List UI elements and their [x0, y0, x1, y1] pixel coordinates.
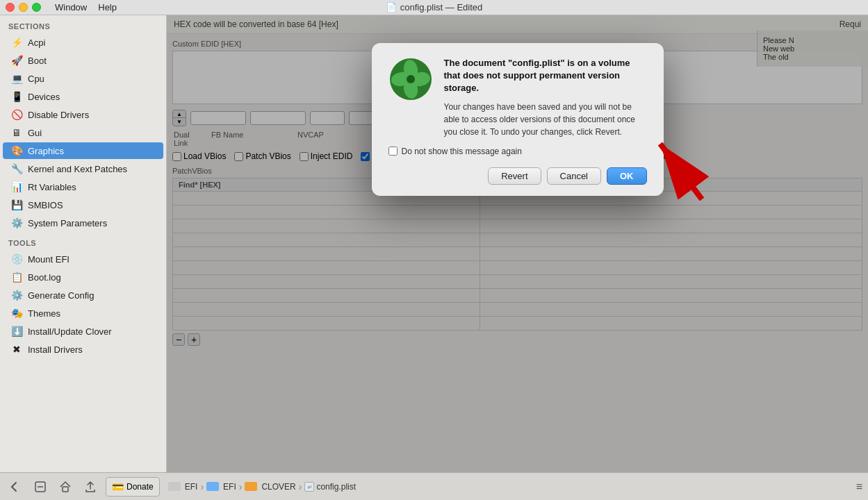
svg-rect-10	[63, 487, 68, 492]
sidebar-label-smbios: SMBIOS	[28, 200, 63, 210]
sidebar-item-install-drivers[interactable]: ✖ Install Drivers	[3, 341, 163, 358]
breadcrumb-sep-3: ›	[299, 481, 302, 492]
sidebar-item-cpu[interactable]: 💻 Cpu	[3, 70, 163, 87]
gui-icon: 🖥	[11, 127, 22, 138]
install-drivers-icon: ✖	[11, 344, 22, 355]
app-container: SECTIONS ⚡ Acpi 🚀 Boot 💻 Cpu 📱 Devices 🚫…	[0, 15, 868, 500]
sidebar-label-devices: Devices	[28, 92, 60, 102]
folder-gray-icon	[168, 482, 181, 491]
themes-icon: 🎭	[11, 308, 22, 319]
menu-window[interactable]: Window	[55, 2, 87, 12]
dialog-title: The document "config.plist" is on a volu…	[444, 57, 647, 95]
sidebar-label-themes: Themes	[28, 308, 60, 319]
sidebar-label-boot: Boot	[28, 56, 47, 66]
sidebar-item-boot-log[interactable]: 📋 Boot.log	[3, 269, 163, 285]
sidebar-item-acpi[interactable]: ⚡ Acpi	[3, 34, 163, 51]
sidebar-item-themes[interactable]: 🎭 Themes	[3, 305, 163, 322]
sidebar-label-install-clover: Install/Update Clover	[28, 326, 112, 337]
breadcrumb-label-efi1: EFI	[185, 482, 198, 492]
generate-config-icon: ⚙️	[11, 290, 22, 301]
sidebar: SECTIONS ⚡ Acpi 🚀 Boot 💻 Cpu 📱 Devices 🚫…	[0, 15, 167, 472]
dialog: The document "config.plist" is on a volu…	[372, 43, 664, 196]
close-button[interactable]	[6, 3, 15, 12]
revert-button[interactable]: Revert	[488, 167, 541, 185]
sidebar-item-gui[interactable]: 🖥 Gui	[3, 124, 163, 141]
folder-orange-icon	[245, 482, 257, 491]
devices-icon: 📱	[11, 91, 22, 102]
home-icon[interactable]	[56, 477, 75, 497]
sidebar-label-rt: Rt Variables	[28, 182, 76, 192]
bottom-bar: 💳 Donate EFI › EFI › CLOVER › pl config.…	[0, 472, 868, 500]
paypal-icon: 💳	[112, 481, 124, 492]
main-area: SECTIONS ⚡ Acpi 🚀 Boot 💻 Cpu 📱 Devices 🚫…	[0, 15, 868, 472]
sidebar-label-gui: Gui	[28, 128, 42, 138]
share-icon[interactable]	[81, 477, 100, 497]
sidebar-item-smbios[interactable]: 💾 SMBIOS	[3, 197, 163, 213]
install-clover-icon: ⬇️	[11, 326, 22, 337]
sidebar-label-cpu: Cpu	[28, 74, 44, 84]
breadcrumb: EFI › EFI › CLOVER › pl config.plist	[168, 481, 851, 492]
dialog-content: The document "config.plist" is on a volu…	[388, 57, 647, 147]
sidebar-item-generate-config[interactable]: ⚙️ Generate Config	[3, 287, 163, 303]
sidebar-item-mount-efi[interactable]: 💿 Mount EFI	[3, 251, 163, 267]
dialog-buttons: Revert Cancel OK	[388, 167, 647, 185]
breadcrumb-label-clover: CLOVER	[261, 482, 295, 492]
maximize-button[interactable]	[32, 3, 41, 12]
sidebar-label-generate-config: Generate Config	[28, 290, 94, 301]
cpu-icon: 💻	[11, 73, 22, 84]
ok-button[interactable]: OK	[607, 167, 647, 185]
sidebar-label-install-drivers: Install Drivers	[28, 344, 83, 355]
dialog-body: Your changes have been saved and you wil…	[444, 101, 647, 138]
sidebar-item-kernel-kext[interactable]: 🔧 Kernel and Kext Patches	[3, 160, 163, 177]
acpi-icon: ⚡	[11, 37, 22, 48]
sidebar-item-install-clover[interactable]: ⬇️ Install/Update Clover	[3, 323, 163, 340]
window-title: 📄 config.plist — Edited	[386, 2, 483, 12]
disable-drivers-icon: 🚫	[11, 109, 22, 120]
cancel-button[interactable]: Cancel	[547, 167, 601, 185]
edit-icon[interactable]	[31, 477, 50, 497]
sidebar-label-acpi: Acpi	[28, 38, 45, 48]
dialog-text-area: The document "config.plist" is on a volu…	[444, 57, 647, 147]
sidebar-item-devices[interactable]: 📱 Devices	[3, 88, 163, 105]
traffic-lights	[6, 3, 41, 12]
back-icon[interactable]	[6, 477, 25, 497]
breadcrumb-efi2: EFI	[206, 482, 236, 492]
donate-button[interactable]: 💳 Donate	[106, 477, 160, 497]
rt-icon: 📊	[11, 181, 22, 192]
dialog-checkbox-row: Do not show this message again	[388, 147, 647, 156]
sidebar-label-disable-drivers: Disable Drivers	[28, 110, 89, 120]
breadcrumb-sep-2: ›	[239, 481, 243, 492]
menu-bar: Window Help	[55, 2, 117, 12]
mount-efi-icon: 💿	[11, 253, 22, 265]
system-icon: ⚙️	[11, 217, 22, 228]
breadcrumb-label-efi2: EFI	[223, 482, 236, 492]
sidebar-item-graphics[interactable]: 🎨 Graphics	[3, 142, 163, 159]
svg-point-5	[407, 75, 415, 83]
sidebar-item-system-parameters[interactable]: ⚙️ System Parameters	[3, 215, 163, 231]
boot-log-icon: 📋	[11, 272, 22, 283]
donate-label: Donate	[126, 482, 154, 492]
sidebar-label-graphics: Graphics	[28, 146, 64, 156]
smbios-icon: 💾	[11, 199, 22, 210]
menu-icon[interactable]: ≡	[856, 481, 862, 493]
dialog-overlay: The document "config.plist" is on a volu…	[167, 15, 868, 472]
sidebar-item-disable-drivers[interactable]: 🚫 Disable Drivers	[3, 106, 163, 123]
do-not-show-label: Do not show this message again	[402, 147, 522, 156]
breadcrumb-sep-1: ›	[200, 481, 204, 492]
menu-help[interactable]: Help	[98, 2, 117, 12]
kernel-icon: 🔧	[11, 163, 22, 174]
minimize-button[interactable]	[19, 3, 28, 12]
content-area: HEX code will be converted in base 64 [H…	[167, 15, 868, 472]
boot-icon: 🚀	[11, 55, 22, 66]
breadcrumb-efi1: EFI	[168, 482, 198, 492]
sections-header: SECTIONS	[0, 15, 166, 33]
sidebar-item-rt-variables[interactable]: 📊 Rt Variables	[3, 178, 163, 195]
sidebar-label-kernel: Kernel and Kext Patches	[28, 164, 127, 174]
do-not-show-checkbox[interactable]	[388, 147, 398, 156]
svg-line-7	[660, 144, 702, 199]
sidebar-label-mount-efi: Mount EFI	[28, 254, 69, 265]
graphics-icon: 🎨	[11, 145, 22, 156]
tools-header: TOOLS	[0, 232, 166, 250]
sidebar-item-boot[interactable]: 🚀 Boot	[3, 52, 163, 69]
titlebar: Window Help 📄 config.plist — Edited	[0, 0, 868, 15]
